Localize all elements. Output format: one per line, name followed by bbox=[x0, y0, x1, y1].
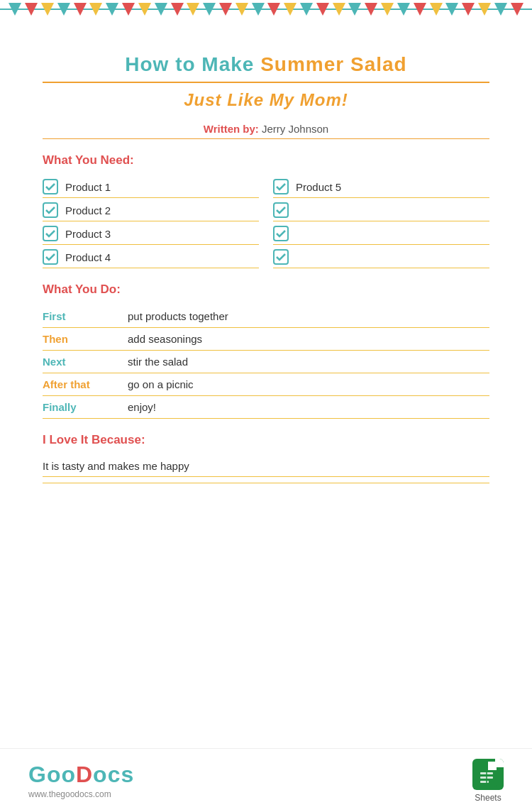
bunting-flag bbox=[122, 3, 135, 16]
ingredient-label: Product 1 bbox=[65, 181, 259, 193]
checkbox-icon bbox=[43, 179, 58, 194]
sheets-label: Sheets bbox=[475, 793, 501, 803]
bunting-flag bbox=[316, 3, 329, 16]
ingredient-item-left: Product 2 bbox=[43, 199, 259, 221]
author-line: Written by: Jerry Johnson bbox=[43, 123, 489, 135]
step-action: enjoy! bbox=[128, 396, 489, 419]
love-header: I Love It Because: bbox=[43, 433, 489, 447]
step-row: First put products together bbox=[43, 305, 489, 328]
ingredient-label: Product 5 bbox=[296, 181, 489, 193]
sheets-badge: Sheets bbox=[472, 759, 504, 803]
subtitle: Just Like My Mom! bbox=[43, 90, 489, 110]
ingredients-header: What You Need: bbox=[43, 153, 489, 168]
bunting-flag bbox=[9, 3, 21, 16]
step-keyword: Next bbox=[43, 351, 128, 373]
logo: GooDocs bbox=[28, 762, 134, 788]
bunting-flag bbox=[478, 3, 491, 16]
logo-url: www.thegoodocs.com bbox=[28, 789, 134, 799]
bunting-flag bbox=[203, 3, 216, 16]
steps-table: First put products together Then add sea… bbox=[43, 305, 489, 419]
step-keyword: After that bbox=[43, 373, 128, 396]
step-action: add seasonings bbox=[128, 328, 489, 351]
bunting-flag bbox=[430, 3, 443, 16]
checkbox-icon bbox=[273, 226, 289, 241]
content-area: How to Make Summer Salad Just Like My Mo… bbox=[0, 39, 532, 505]
ingredient-item-left: Product 1 bbox=[43, 176, 259, 198]
bunting-flag bbox=[365, 3, 377, 16]
author-label: Written by: bbox=[204, 123, 262, 135]
checkbox-icon bbox=[43, 202, 58, 218]
svg-rect-2 bbox=[43, 203, 57, 217]
checkbox-icon bbox=[273, 202, 289, 218]
bunting-flag bbox=[414, 3, 426, 16]
ingredient-item-right bbox=[273, 223, 489, 245]
step-action: go on a picnic bbox=[128, 373, 489, 396]
svg-rect-3 bbox=[274, 203, 288, 217]
bunting-flag bbox=[57, 3, 70, 16]
title-underline bbox=[43, 82, 489, 83]
checkbox-icon bbox=[273, 179, 289, 194]
banner-decoration bbox=[0, 0, 532, 39]
step-row: Finally enjoy! bbox=[43, 396, 489, 419]
svg-rect-5 bbox=[274, 226, 288, 241]
bunting-flag bbox=[106, 3, 118, 16]
ingredient-label: Product 4 bbox=[65, 251, 259, 263]
svg-rect-10 bbox=[488, 762, 497, 770]
main-title: How to Make Summer Salad bbox=[43, 53, 489, 76]
step-action: put products together bbox=[128, 305, 489, 328]
step-row: Next stir the salad bbox=[43, 351, 489, 373]
bunting-flag bbox=[219, 3, 232, 16]
bunting-flag bbox=[348, 3, 361, 16]
bunting-flag bbox=[267, 3, 280, 16]
svg-rect-4 bbox=[43, 226, 57, 241]
step-row: After that go on a picnic bbox=[43, 373, 489, 396]
title-summer: Summer Salad bbox=[260, 53, 407, 75]
ingredient-label: Product 2 bbox=[65, 204, 259, 216]
bunting-flag bbox=[41, 3, 54, 16]
step-row: Then add seasonings bbox=[43, 328, 489, 351]
step-keyword: First bbox=[43, 305, 128, 328]
bunting-flag bbox=[333, 3, 345, 16]
bunting-flag bbox=[494, 3, 507, 16]
sheets-icon-svg bbox=[477, 762, 499, 787]
checkbox-icon bbox=[43, 249, 58, 265]
checkbox-icon bbox=[43, 226, 58, 241]
step-keyword: Finally bbox=[43, 396, 128, 419]
step-keyword: Then bbox=[43, 328, 128, 351]
bunting-flag bbox=[89, 3, 102, 16]
bunting-flag bbox=[235, 3, 248, 16]
ingredient-label: Product 3 bbox=[65, 228, 259, 240]
bunting-flag bbox=[74, 3, 87, 16]
bunting-flag bbox=[445, 3, 458, 16]
title-block: How to Make Summer Salad bbox=[43, 53, 489, 83]
ingredient-item-right bbox=[273, 246, 489, 268]
footer: GooDocs www.thegoodocs.com Sheets bbox=[0, 748, 532, 812]
author-name: Jerry Johnson bbox=[262, 123, 328, 135]
page: How to Make Summer Salad Just Like My Mo… bbox=[0, 0, 532, 812]
bunting-flag bbox=[511, 3, 523, 16]
bunting-flag bbox=[155, 3, 167, 16]
bunting-flag bbox=[138, 3, 151, 16]
title-how: How to Make bbox=[125, 53, 260, 75]
svg-rect-13 bbox=[480, 781, 489, 783]
svg-rect-1 bbox=[274, 180, 288, 194]
love-underline2 bbox=[43, 483, 489, 483]
love-text: It is tasty and makes me happy bbox=[43, 456, 489, 477]
banner-flags bbox=[7, 0, 525, 13]
bunting-flag bbox=[252, 3, 265, 16]
bunting-flag bbox=[397, 3, 410, 16]
bunting-flag bbox=[187, 3, 199, 16]
sheets-icon bbox=[472, 759, 504, 790]
logo-area: GooDocs www.thegoodocs.com bbox=[28, 762, 134, 799]
ingredients-grid: Product 1 Product 5 Product 2 bbox=[43, 176, 489, 268]
logo-text: GooDocs bbox=[28, 762, 134, 787]
author-underline bbox=[43, 138, 489, 139]
svg-rect-0 bbox=[43, 180, 57, 194]
ingredient-item-left: Product 4 bbox=[43, 246, 259, 268]
bunting-flag bbox=[381, 3, 394, 16]
logo-d: D bbox=[76, 762, 93, 787]
logo-ocs: ocs bbox=[93, 762, 134, 787]
bunting-flag bbox=[462, 3, 475, 16]
ingredient-item-right: Product 5 bbox=[273, 176, 489, 198]
steps-header: What You Do: bbox=[43, 282, 489, 297]
